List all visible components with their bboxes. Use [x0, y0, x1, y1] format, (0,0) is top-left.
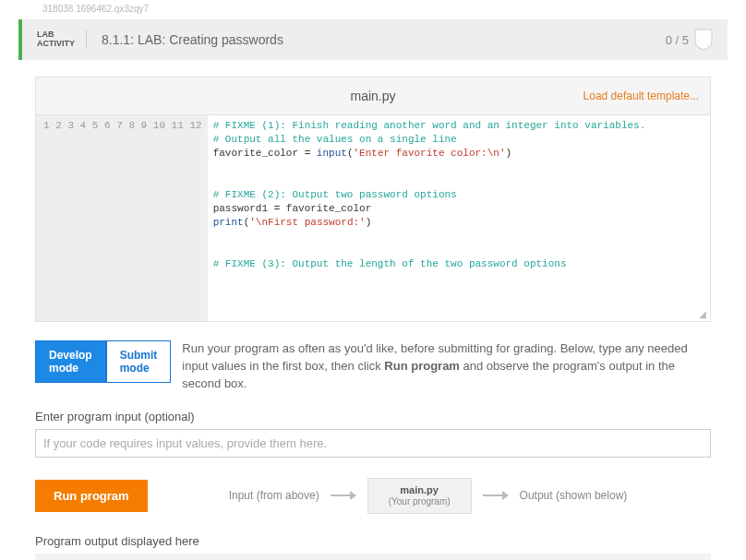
run-program-button[interactable]: Run program [35, 480, 148, 512]
line-gutter: 1 2 3 4 5 6 7 8 9 10 11 12 [36, 115, 208, 321]
shield-icon [694, 29, 713, 51]
develop-mode-button[interactable]: Develop mode [35, 340, 106, 383]
score-area: 0 / 5 [666, 29, 713, 51]
code-editor: main.py Load default template... 1 2 3 4… [35, 77, 711, 322]
mode-description: Run your program as often as you'd like,… [182, 340, 711, 393]
arrow-icon [331, 491, 356, 500]
program-box-title: main.py [389, 484, 451, 496]
lab-activity-label: LAB ACTIVITY [37, 30, 87, 49]
flow-output-label: Output (shown below) [520, 489, 628, 502]
load-template-link[interactable]: Load default template... [584, 89, 699, 102]
flow-input-label: Input (from above) [229, 489, 319, 502]
watermark: 318038.1696462.qx3zqy7 [42, 4, 737, 14]
editor-header: main.py Load default template... [35, 77, 711, 114]
mode-desc-bold: Run program [384, 359, 460, 373]
program-output-area [35, 554, 711, 560]
mode-buttons: Develop mode Submit mode [35, 340, 171, 383]
code-area[interactable]: # FIXME (1): Finish reading another word… [208, 115, 710, 321]
output-label: Program output displayed here [35, 534, 711, 548]
program-box-sub: (Your program) [389, 496, 451, 507]
submit-mode-button[interactable]: Submit mode [106, 340, 172, 383]
run-row: Run program Input (from above) main.py (… [35, 478, 711, 514]
arrow-icon [483, 491, 509, 500]
input-label: Enter program input (optional) [35, 410, 711, 423]
main-panel: main.py Load default template... 1 2 3 4… [18, 60, 728, 560]
lab-label-line2: ACTIVITY [37, 40, 75, 49]
program-input-field[interactable] [35, 429, 711, 458]
mode-row: Develop mode Submit mode Run your progra… [35, 340, 711, 393]
program-box: main.py (Your program) [367, 478, 472, 514]
activity-header: LAB ACTIVITY 8.1.1: LAB: Creating passwo… [18, 19, 728, 60]
lab-title: 8.1.1: LAB: Creating passwords [87, 32, 666, 47]
editor-filename: main.py [350, 89, 395, 103]
resize-handle-icon[interactable]: ◢ [699, 310, 708, 319]
editor-body[interactable]: 1 2 3 4 5 6 7 8 9 10 11 12 # FIXME (1): … [35, 114, 711, 322]
score-text: 0 / 5 [666, 33, 689, 47]
